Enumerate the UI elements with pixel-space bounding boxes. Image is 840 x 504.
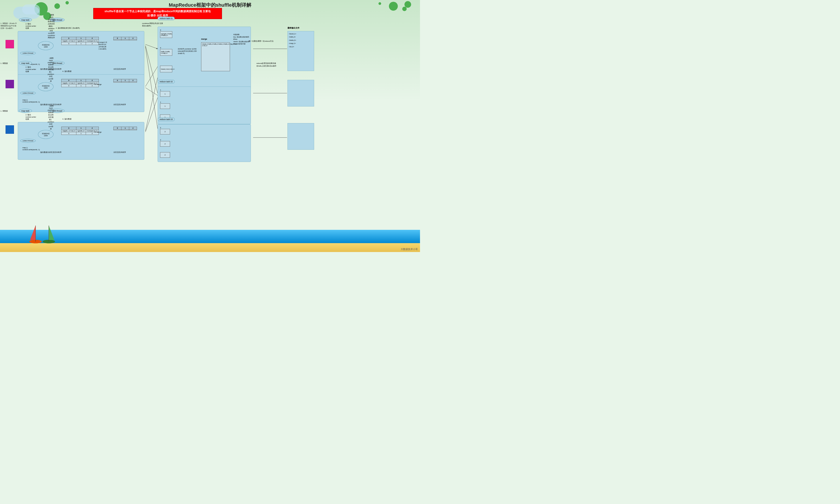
sailboat-2 bbox=[42, 223, 55, 244]
map-task-3-oval: map task bbox=[19, 109, 32, 113]
cloud-2 bbox=[22, 4, 40, 14]
map2-step2: 2. 输出contest.writer结果 bbox=[25, 66, 36, 73]
green-circle-4 bbox=[66, 1, 69, 4]
map3-step2: 2. 输出contest.writer结果 bbox=[25, 113, 36, 121]
save-note: reduce处理完的结果存储在hdfs上发生第6次io操作 bbox=[257, 62, 283, 68]
map1-merge-note: 5. merge(小文件并并为大文件发生第三次io操作) bbox=[93, 41, 111, 50]
sailboat-1 bbox=[29, 223, 42, 244]
map2-step4: 4. 溢出数据 bbox=[63, 70, 71, 73]
reduce03-cell2: 2 bbox=[160, 141, 170, 147]
map3-step5: 5. merge bbox=[94, 131, 102, 133]
map-section-3: 环形缓冲区100M collect thread 012 <apple, 1><… bbox=[18, 122, 144, 160]
reduce-section-03: 2 2 2 2 2 bbox=[158, 124, 251, 162]
map3-partition-note: （调用hash partition或者自定义的分区规则）partition分区s… bbox=[48, 105, 54, 130]
water bbox=[0, 230, 420, 243]
map3-step4: 4. 溢出数据 bbox=[63, 118, 71, 120]
map1-ordered-cells: 012 bbox=[113, 37, 137, 40]
input-rect-2 bbox=[5, 80, 14, 88]
ring-buffer-1: 环形缓冲区100M bbox=[38, 41, 53, 50]
reduce03-label2: 2 bbox=[160, 127, 161, 129]
map3-ordered-label: 分区且区内有序 bbox=[113, 151, 126, 154]
collect-thread-2: collect thread bbox=[20, 91, 36, 95]
left-text-1: 1. 拿数据（从hdfs 中拿数据到map中分发 生第一次io操作） bbox=[0, 22, 17, 30]
map1-ordered-label: 分区且区内有序 bbox=[113, 68, 126, 70]
input-rect-1 bbox=[5, 40, 14, 48]
reduce01-merged-box: <book,1>hdfs,1>hdfs,1>hello,1>hello,1>ma… bbox=[201, 42, 230, 71]
partition-table-1: 012 <apple, 1><ai,1><goole,1><comput er,… bbox=[61, 37, 99, 45]
ring-buffer-3: 环形缓冲区100M bbox=[38, 130, 53, 139]
output-box-2 bbox=[287, 80, 314, 107]
reduce-task-01-oval: reduce task 01 bbox=[158, 17, 175, 20]
reduce02-label1b: 1 bbox=[160, 101, 161, 103]
map2-step5: 5. merge bbox=[94, 84, 102, 85]
collect-thread-3: collect thread bbox=[20, 139, 36, 143]
output-label: 最终输出文件 bbox=[287, 26, 299, 30]
reduce01-cell2: <hdfs,1>hdfs, 1>map,1> bbox=[160, 49, 172, 56]
reduce03-cell1: 2 bbox=[160, 129, 170, 134]
reduce01-label0-2: 0 bbox=[160, 47, 161, 49]
map-section-1: 环形缓冲区100M collect thread 012 <apple, 1><… bbox=[18, 31, 144, 75]
highlight-line1: shuffle不是在某一个节点上单独完成的，是map和reduce中间的数据调度… bbox=[95, 9, 220, 14]
reduce03-label2b: 2 bbox=[160, 139, 161, 141]
combiner-note: combiner局部合并(发 生第四次io操作) bbox=[142, 22, 164, 27]
map2-ordered-label: 分区且区内有序 bbox=[113, 103, 126, 106]
highlight-line2: 括 缓存 分区 排序 bbox=[95, 14, 220, 18]
output-box-3 bbox=[287, 123, 314, 150]
map1-partition-note: （调用hash partition或者自定义的分区规则）partition分区s… bbox=[48, 14, 55, 39]
reduce01-label0-1: 0 bbox=[160, 29, 161, 31]
reduce01-params: 传递参数key: 是这聚合组的相同的keyvalues: 是这聚合组的所有val… bbox=[233, 34, 250, 45]
reduce01-merge: merge bbox=[201, 38, 207, 40]
page-title: MapReduce框架中的shuffle机制详解 bbox=[169, 2, 251, 8]
bottom-decoration bbox=[0, 226, 420, 252]
output-box-results: <book,1><hdfs,2><hello,2><map,1><zk,2> bbox=[287, 31, 314, 71]
reduce01-cell3: <book,1>zk,1>zk,1> bbox=[160, 66, 172, 72]
svg-marker-12 bbox=[30, 226, 36, 240]
map1-step4: 4. 溢出数据(发生第二次io操作) bbox=[56, 27, 80, 29]
ring-buffer-2: 环形缓冲区100M bbox=[38, 82, 53, 91]
svg-marker-15 bbox=[49, 226, 54, 240]
map3-step1: 1. 拿数据 bbox=[0, 110, 8, 112]
partition-table-2: 012 <apple, 1><ai,1><goole,1><comput er,… bbox=[61, 79, 99, 87]
map1-step2: 2. 输出contest.writer结果 bbox=[25, 23, 36, 30]
green-circle-8 bbox=[379, 2, 381, 5]
map-task-2-oval: map task bbox=[19, 61, 32, 65]
reduce-task-03-oval: reduce task 03 bbox=[158, 118, 175, 121]
map-task-1-oval: map task bbox=[19, 18, 32, 22]
map2-partition-note: （调用hash partition或者自定义的分区规则）partition分区s… bbox=[48, 57, 54, 83]
reduce01-cell1: <google,1>hello, 1>hello,1> bbox=[160, 31, 172, 38]
green-circle-7 bbox=[404, 1, 411, 8]
reduce02-label1: 1 bbox=[160, 89, 161, 91]
map-section-2: 环形缓冲区100M collect thread 012 <apple, 1><… bbox=[18, 74, 144, 112]
reduce02-cell2: 1 bbox=[160, 103, 170, 109]
map2-step1: 1. 拿数据 bbox=[0, 62, 8, 65]
map3-overflow-label: 溢出数据分好区且区内有序 bbox=[40, 151, 62, 154]
reduce03-cell3: 2 bbox=[160, 152, 170, 158]
green-circle-5 bbox=[389, 2, 398, 11]
footer-name: 大数据技术小哥 bbox=[401, 248, 418, 251]
reduce-method-note: 每一次聚合调用一次reduce方法 bbox=[249, 40, 274, 42]
collect-thread-1: collect thread bbox=[20, 51, 36, 55]
sand bbox=[0, 243, 420, 252]
reduce01-sort: 归并排序 (combiner 合并则 reduce处理 的过程发生 第5次io操… bbox=[178, 48, 198, 54]
green-circle-3 bbox=[54, 3, 60, 9]
reduce02-cell1: 1 bbox=[160, 91, 170, 97]
partition-table-3: 012 <apple, 1><ai,1><goole,1><comput er,… bbox=[61, 127, 99, 135]
map2-ordered-cells: 012 bbox=[113, 79, 137, 83]
map2-func: map ()context.write(world, 1) bbox=[22, 99, 40, 103]
input-rect-3 bbox=[5, 125, 14, 134]
reduce-task-02-oval: reduce task 02 bbox=[158, 80, 175, 84]
map3-func: map ()context.write(world, 1) bbox=[22, 147, 40, 151]
map3-ordered-cells: 012 bbox=[113, 127, 137, 130]
